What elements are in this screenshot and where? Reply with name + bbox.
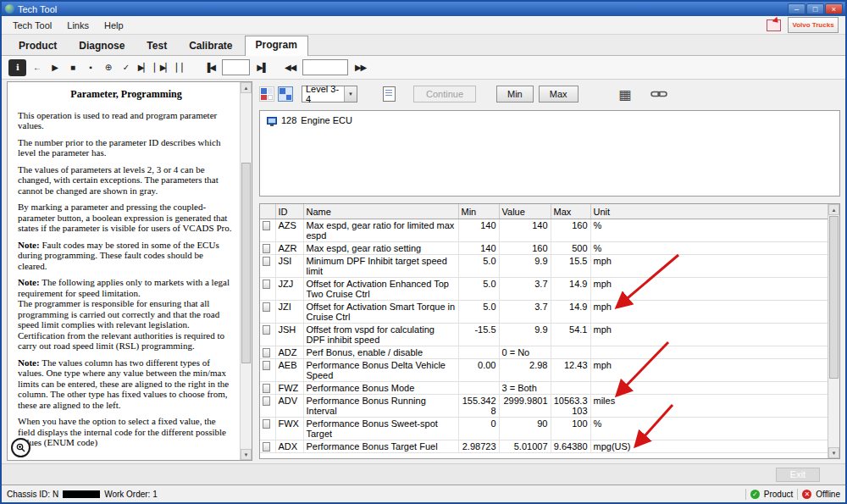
header-value[interactable]: Value	[499, 204, 551, 219]
cell-max	[551, 382, 590, 395]
cell-min: 5.0	[458, 301, 499, 324]
cell-name: Offset for Activation Smart Torque in Cr…	[303, 301, 458, 324]
menu-help[interactable]: Help	[97, 19, 131, 32]
max-button[interactable]: Max	[539, 86, 579, 102]
info-button[interactable]: ℹ	[8, 59, 26, 76]
parameter-level-icon	[263, 442, 270, 451]
cell-max: 15.5	[551, 255, 590, 278]
tab-bar: Product Diagnose Test Calibrate Program	[2, 35, 845, 56]
cell-min: 140	[458, 219, 499, 242]
nav-prev-button[interactable]: ◀◀	[283, 60, 297, 75]
table-row[interactable]: AZRMax espd, gear ratio setting140160500…	[260, 242, 828, 255]
ecu-id: 128	[281, 115, 296, 125]
table-row[interactable]: JSIMinimum DPF Inhibit target speed limi…	[260, 255, 828, 278]
cell-value: 0 = No	[499, 346, 551, 359]
step-pause-button[interactable]: ▏▶▏	[154, 60, 171, 75]
locate-button[interactable]: ⊕	[101, 60, 115, 75]
doc-scroll-thumb[interactable]	[241, 163, 251, 363]
table-row[interactable]: AZSMax espd, gear ratio for limited max …	[260, 219, 828, 242]
table-row[interactable]: AEBPerformance Bonus Delta Vehicle Speed…	[260, 359, 828, 382]
header-icon-col[interactable]	[260, 204, 275, 219]
tab-test[interactable]: Test	[136, 37, 177, 55]
table-scroll-thumb[interactable]	[829, 216, 839, 379]
table-row[interactable]: ADXPerformance Bonus Target Fuel2.987235…	[260, 440, 828, 453]
tab-program[interactable]: Program	[245, 36, 308, 56]
tab-diagnose[interactable]: Diagnose	[69, 37, 135, 55]
title-bar[interactable]: Tech Tool – □ ×	[2, 2, 845, 16]
maximize-button[interactable]: □	[806, 3, 824, 14]
minimize-button[interactable]: –	[788, 3, 805, 14]
nav-first-button[interactable]: ▐◀	[202, 60, 217, 75]
nav-page-input[interactable]	[222, 59, 250, 75]
table-scroll-down-icon[interactable]: ▼	[828, 447, 839, 458]
doc-paragraph: When you have the option to select a fix…	[18, 416, 235, 448]
status-divider	[745, 489, 746, 500]
scroll-up-icon[interactable]: ▲	[241, 82, 252, 93]
cell-id: FWX	[275, 418, 303, 440]
min-button[interactable]: Min	[496, 86, 534, 102]
cell-value: 9.9	[499, 255, 551, 278]
cell-unit: %	[590, 418, 828, 440]
back-button[interactable]: ←	[30, 60, 44, 75]
level-dropdown[interactable]: Level 3-4 ▼	[302, 86, 357, 102]
record-button[interactable]: ▪	[83, 60, 97, 75]
table-row[interactable]: ADZPerf Bonus, enable / disable0 = No	[260, 346, 828, 359]
table-row[interactable]: JZIOffset for Activation Smart Torque in…	[260, 301, 828, 324]
header-unit[interactable]: Unit	[590, 204, 828, 219]
tab-product[interactable]: Product	[8, 37, 67, 55]
cell-max: 500	[551, 242, 590, 255]
menu-links[interactable]: Links	[59, 19, 97, 32]
table-scrollbar[interactable]: ▲ ▼	[828, 204, 839, 458]
cell-name: Max espd, gear ratio setting	[303, 242, 458, 255]
table-scroll-up-icon[interactable]: ▲	[828, 204, 839, 215]
zoom-button[interactable]	[11, 438, 30, 457]
grid-view-icon[interactable]: ▦	[619, 86, 632, 102]
close-button[interactable]: ×	[825, 3, 843, 14]
status-bar: Chassis ID: N Work Order: 1 ✓ Product ✕ …	[2, 485, 845, 502]
header-max[interactable]: Max	[551, 204, 590, 219]
parameter-level-icon	[263, 396, 270, 406]
nav-next-button[interactable]: ▶▌	[255, 60, 269, 75]
cell-value: 90	[499, 418, 551, 440]
param-table-body: AZSMax espd, gear ratio for limited max …	[260, 219, 828, 453]
table-row[interactable]: JSHOffset from vspd for calculating DPF …	[260, 324, 828, 346]
header-min[interactable]: Min	[458, 204, 499, 219]
coupled-parameter-button[interactable]	[650, 89, 667, 99]
load-parameters-button[interactable]	[379, 85, 398, 103]
continue-button[interactable]: Continue	[413, 86, 476, 102]
step-forward-button[interactable]: ▶▏	[136, 60, 151, 75]
accept-button[interactable]: ✓	[119, 60, 133, 75]
play-button[interactable]: ▶	[47, 60, 62, 75]
ecu-list-item[interactable]: 128 Engine ECU	[264, 114, 355, 126]
scroll-down-icon[interactable]: ▼	[241, 449, 252, 460]
cell-id: JSI	[275, 255, 303, 278]
step-stop-button[interactable]: ▏▏	[174, 60, 189, 75]
exit-button[interactable]: Exit	[776, 468, 820, 482]
cell-name: Perf Bonus, enable / disable	[303, 346, 458, 359]
header-id[interactable]: ID	[275, 204, 303, 219]
stop-button[interactable]: ■	[65, 60, 80, 75]
parameter-level-icon	[263, 348, 270, 357]
table-row[interactable]: ADVPerformance Bonus Running Interval155…	[260, 395, 828, 418]
parameter-level-icon	[263, 280, 270, 289]
link-icon	[650, 89, 667, 99]
chassis-id-label: Chassis ID: N	[7, 490, 58, 499]
cell-id: JZI	[275, 301, 303, 324]
table-row[interactable]: JZJOffset for Activation Enhanced Top Tw…	[260, 278, 828, 301]
param-view-filtered-button[interactable]	[278, 86, 293, 102]
cell-value: 2999.9801	[499, 395, 551, 418]
cell-min: 5.0	[458, 255, 499, 278]
param-view-all-button[interactable]	[259, 86, 274, 102]
nav-page-input-2[interactable]	[302, 59, 348, 75]
doc-scrollbar[interactable]: ▲ ▼	[240, 82, 252, 460]
table-row[interactable]: FWZPerformance Bonus Mode3 = Both	[260, 382, 828, 395]
nav-last-button[interactable]: ▶▶	[353, 60, 368, 75]
doc-paragraph: The number prior to the parameter ID des…	[18, 137, 235, 158]
chevron-down-icon: ▼	[344, 86, 357, 102]
message-icon[interactable]	[767, 19, 781, 31]
header-name[interactable]: Name	[303, 204, 458, 219]
menu-techtool[interactable]: Tech Tool	[5, 19, 59, 32]
tab-calibrate[interactable]: Calibrate	[179, 37, 242, 55]
table-row[interactable]: FWXPerformance Bonus Sweet-spot Target09…	[260, 418, 828, 440]
parameter-panel: Level 3-4 ▼ Continue Min Max ▦	[259, 81, 840, 461]
